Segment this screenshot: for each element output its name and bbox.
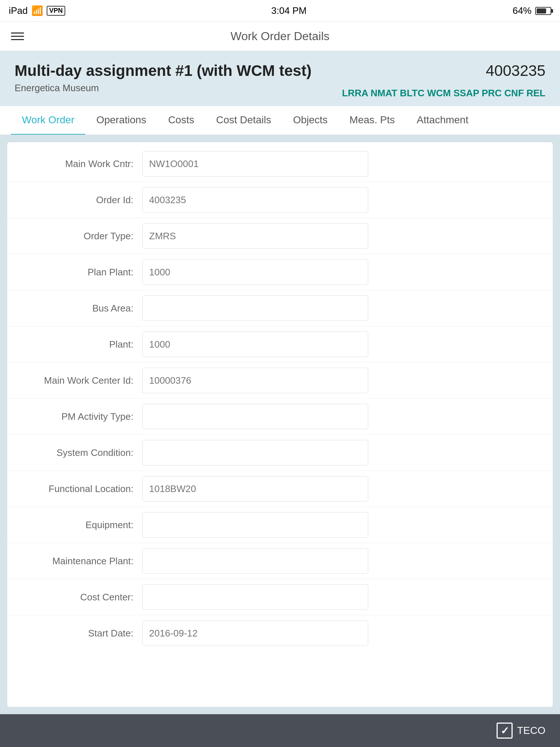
field-input[interactable] — [142, 151, 368, 177]
form-row: Plan Plant: — [7, 254, 553, 290]
wo-location: Energetica Museum — [15, 82, 99, 94]
wo-number: 4003235 — [486, 62, 545, 80]
field-label: Order Id: — [18, 194, 142, 206]
tab-meas-pts[interactable]: Meas. Pts — [339, 106, 406, 135]
field-input[interactable] — [142, 404, 368, 429]
field-label: Functional Location: — [18, 483, 142, 495]
field-input[interactable] — [142, 187, 368, 213]
tab-cost-details[interactable]: Cost Details — [205, 106, 282, 135]
teco-label: TECO — [517, 725, 545, 736]
app-header: Work Order Details — [0, 22, 560, 51]
field-label: Main Work Center Id: — [18, 375, 142, 386]
field-label: Order Type: — [18, 231, 142, 242]
form-row: Plant: — [7, 326, 553, 363]
wo-tags: LRRA NMAT BLTC WCM SSAP PRC CNF REL — [342, 88, 545, 99]
field-label: PM Activity Type: — [18, 411, 142, 422]
battery-percent: 64% — [513, 5, 532, 16]
bottom-bar: TECO — [0, 714, 560, 747]
field-input[interactable] — [142, 584, 368, 610]
work-order-panel: Multi-day assignment #1 (with WCM test) … — [0, 51, 560, 106]
wo-top-row: Multi-day assignment #1 (with WCM test) … — [15, 62, 545, 80]
form-row: Main Work Center Id: — [7, 363, 553, 399]
form-row: Order Type: — [7, 218, 553, 254]
field-input[interactable] — [142, 295, 368, 321]
field-input[interactable] — [142, 368, 368, 393]
form-row: System Condition: — [7, 435, 553, 471]
tab-objects[interactable]: Objects — [282, 106, 339, 135]
field-label: Plant: — [18, 339, 142, 350]
form-row: Cost Center: — [7, 579, 553, 615]
wifi-icon: 📶 — [31, 5, 43, 16]
field-input[interactable] — [142, 332, 368, 357]
form-row: Main Work Cntr: — [7, 146, 553, 182]
field-label: Bus Area: — [18, 303, 142, 314]
status-time: 3:04 PM — [271, 5, 307, 16]
tab-operations[interactable]: Operations — [85, 106, 157, 135]
form-row: PM Activity Type: — [7, 399, 553, 435]
teco-check-icon — [497, 723, 513, 739]
teco-button[interactable]: TECO — [497, 723, 545, 739]
tab-attachment[interactable]: Attachment — [406, 106, 479, 135]
form-container: Main Work Cntr:Order Id:Order Type:Plan … — [7, 142, 553, 707]
status-right: 64% — [513, 5, 551, 16]
status-bar: iPad 📶 VPN 3:04 PM 64% — [0, 0, 560, 22]
field-input[interactable] — [142, 620, 368, 646]
tab-work-order[interactable]: Work Order — [11, 106, 85, 135]
device-label: iPad — [9, 5, 28, 16]
field-label: Main Work Cntr: — [18, 158, 142, 170]
field-label: System Condition: — [18, 447, 142, 458]
form-row: Functional Location: — [7, 471, 553, 507]
status-left: iPad 📶 VPN — [9, 5, 65, 16]
tabs-bar: Work Order Operations Costs Cost Details… — [0, 106, 560, 135]
field-input[interactable] — [142, 512, 368, 538]
field-input[interactable] — [142, 548, 368, 574]
hamburger-menu-button[interactable] — [11, 32, 24, 40]
battery-icon — [535, 7, 551, 15]
field-label: Plan Plant: — [18, 267, 142, 278]
wo-title: Multi-day assignment #1 (with WCM test) — [15, 62, 311, 80]
form-row: Bus Area: — [7, 290, 553, 326]
field-label: Equipment: — [18, 519, 142, 531]
form-row: Maintenance Plant: — [7, 543, 553, 579]
field-label: Start Date: — [18, 628, 142, 639]
form-row: Order Id: — [7, 182, 553, 218]
field-input[interactable] — [142, 259, 368, 285]
page-title: Work Order Details — [230, 30, 329, 43]
vpn-badge: VPN — [47, 6, 65, 16]
tab-costs[interactable]: Costs — [157, 106, 205, 135]
field-input[interactable] — [142, 223, 368, 249]
form-row: Equipment: — [7, 507, 553, 543]
field-label: Maintenance Plant: — [18, 556, 142, 567]
field-input[interactable] — [142, 476, 368, 502]
form-row: Start Date: — [7, 615, 553, 651]
field-input[interactable] — [142, 440, 368, 465]
field-label: Cost Center: — [18, 592, 142, 603]
